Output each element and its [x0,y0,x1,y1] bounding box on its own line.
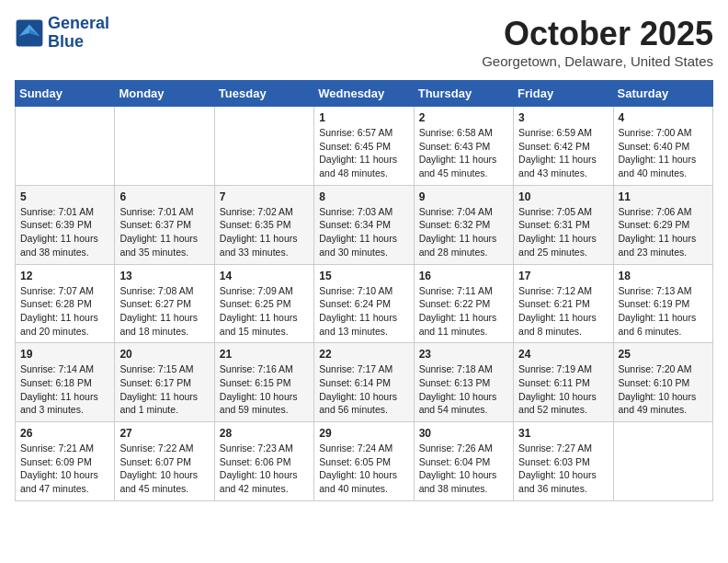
day-number: 7 [220,190,309,203]
day-info: Sunrise: 7:22 AM Sunset: 6:07 PM Dayligh… [119,442,209,496]
day-info: Sunrise: 7:01 AM Sunset: 6:39 PM Dayligh… [20,205,109,259]
calendar-cell [613,422,712,501]
day-info: Sunrise: 7:11 AM Sunset: 6:22 PM Dayligh… [419,284,508,339]
calendar-cell: 15Sunrise: 7:10 AM Sunset: 6:24 PM Dayli… [314,264,414,343]
weekday-header-friday: Friday [514,81,613,107]
day-number: 27 [119,427,209,440]
calendar-cell: 20Sunrise: 7:15 AM Sunset: 6:17 PM Dayli… [115,343,214,422]
calendar-cell: 12Sunrise: 7:07 AM Sunset: 6:28 PM Dayli… [16,264,115,343]
day-info: Sunrise: 6:58 AM Sunset: 6:43 PM Dayligh… [419,126,508,180]
day-info: Sunrise: 7:04 AM Sunset: 6:32 PM Dayligh… [419,205,508,259]
weekday-header-thursday: Thursday [414,81,513,107]
day-number: 21 [220,348,309,361]
calendar-cell: 27Sunrise: 7:22 AM Sunset: 6:07 PM Dayli… [115,422,214,501]
calendar-cell: 11Sunrise: 7:06 AM Sunset: 6:29 PM Dayli… [613,185,712,264]
day-number: 20 [119,348,209,361]
weekday-header-tuesday: Tuesday [214,81,313,107]
day-info: Sunrise: 7:02 AM Sunset: 6:35 PM Dayligh… [220,205,309,259]
logo-text: General Blue [48,15,109,52]
day-info: Sunrise: 7:16 AM Sunset: 6:15 PM Dayligh… [220,362,309,417]
day-info: Sunrise: 7:19 AM Sunset: 6:11 PM Dayligh… [518,362,608,417]
day-number: 17 [518,270,608,282]
day-info: Sunrise: 7:18 AM Sunset: 6:13 PM Dayligh… [419,362,508,417]
calendar-cell: 6Sunrise: 7:01 AM Sunset: 6:37 PM Daylig… [115,185,214,264]
day-number: 3 [518,111,608,124]
day-info: Sunrise: 7:12 AM Sunset: 6:21 PM Dayligh… [518,284,608,339]
calendar-cell: 1Sunrise: 6:57 AM Sunset: 6:45 PM Daylig… [314,107,414,186]
day-number: 5 [20,190,109,203]
day-number: 24 [518,348,608,361]
calendar-cell: 29Sunrise: 7:24 AM Sunset: 6:05 PM Dayli… [314,422,414,501]
day-number: 11 [619,190,708,203]
day-number: 26 [20,427,109,440]
day-info: Sunrise: 7:23 AM Sunset: 6:06 PM Dayligh… [220,442,309,496]
week-row-5: 26Sunrise: 7:21 AM Sunset: 6:09 PM Dayli… [16,422,713,501]
day-number: 8 [319,190,408,203]
day-info: Sunrise: 7:15 AM Sunset: 6:17 PM Dayligh… [119,362,209,417]
calendar-cell: 19Sunrise: 7:14 AM Sunset: 6:18 PM Dayli… [16,343,115,422]
day-number: 30 [419,427,508,440]
day-info: Sunrise: 7:09 AM Sunset: 6:25 PM Dayligh… [220,284,309,339]
day-info: Sunrise: 7:20 AM Sunset: 6:10 PM Dayligh… [619,362,708,417]
logo-icon [15,18,44,48]
day-number: 4 [619,111,708,124]
day-info: Sunrise: 7:05 AM Sunset: 6:31 PM Dayligh… [518,205,608,259]
page-header: General Blue October 2025 Georgetown, De… [15,15,713,69]
week-row-1: 1Sunrise: 6:57 AM Sunset: 6:45 PM Daylig… [16,107,713,186]
calendar-cell: 24Sunrise: 7:19 AM Sunset: 6:11 PM Dayli… [514,343,613,422]
day-number: 1 [319,111,408,124]
calendar-cell: 4Sunrise: 7:00 AM Sunset: 6:40 PM Daylig… [613,107,712,186]
weekday-header-wednesday: Wednesday [314,81,414,107]
calendar-cell: 14Sunrise: 7:09 AM Sunset: 6:25 PM Dayli… [214,264,313,343]
day-number: 18 [619,270,708,282]
day-number: 9 [419,190,508,203]
day-number: 6 [119,190,209,203]
day-info: Sunrise: 7:27 AM Sunset: 6:03 PM Dayligh… [518,442,608,496]
day-number: 31 [518,427,608,440]
day-number: 25 [619,348,708,361]
calendar-cell: 23Sunrise: 7:18 AM Sunset: 6:13 PM Dayli… [414,343,513,422]
calendar-cell [214,107,313,186]
day-info: Sunrise: 7:17 AM Sunset: 6:14 PM Dayligh… [319,362,408,417]
calendar-cell: 31Sunrise: 7:27 AM Sunset: 6:03 PM Dayli… [514,422,613,501]
day-number: 29 [319,427,408,440]
day-info: Sunrise: 7:14 AM Sunset: 6:18 PM Dayligh… [20,362,109,417]
calendar-cell: 13Sunrise: 7:08 AM Sunset: 6:27 PM Dayli… [115,264,214,343]
day-number: 13 [119,270,209,282]
day-number: 16 [419,270,508,282]
calendar-table: SundayMondayTuesdayWednesdayThursdayFrid… [15,80,713,501]
week-row-2: 5Sunrise: 7:01 AM Sunset: 6:39 PM Daylig… [16,185,713,264]
day-info: Sunrise: 7:01 AM Sunset: 6:37 PM Dayligh… [119,205,209,259]
day-info: Sunrise: 7:24 AM Sunset: 6:05 PM Dayligh… [319,442,408,496]
calendar-cell: 25Sunrise: 7:20 AM Sunset: 6:10 PM Dayli… [613,343,712,422]
calendar-cell: 28Sunrise: 7:23 AM Sunset: 6:06 PM Dayli… [214,422,313,501]
calendar-cell: 7Sunrise: 7:02 AM Sunset: 6:35 PM Daylig… [214,185,313,264]
day-number: 23 [419,348,508,361]
calendar-cell: 30Sunrise: 7:26 AM Sunset: 6:04 PM Dayli… [414,422,513,501]
location: Georgetown, Delaware, United States [482,53,713,69]
weekday-header-row: SundayMondayTuesdayWednesdayThursdayFrid… [16,81,713,107]
day-info: Sunrise: 7:10 AM Sunset: 6:24 PM Dayligh… [319,284,408,339]
calendar-cell: 5Sunrise: 7:01 AM Sunset: 6:39 PM Daylig… [16,185,115,264]
weekday-header-monday: Monday [115,81,214,107]
calendar-cell: 8Sunrise: 7:03 AM Sunset: 6:34 PM Daylig… [314,185,414,264]
calendar-cell: 21Sunrise: 7:16 AM Sunset: 6:15 PM Dayli… [214,343,313,422]
day-number: 12 [20,270,109,282]
day-number: 10 [518,190,608,203]
title-block: October 2025 Georgetown, Delaware, Unite… [482,15,713,69]
day-number: 19 [20,348,109,361]
calendar-cell: 17Sunrise: 7:12 AM Sunset: 6:21 PM Dayli… [514,264,613,343]
day-info: Sunrise: 7:08 AM Sunset: 6:27 PM Dayligh… [119,284,209,339]
day-info: Sunrise: 7:00 AM Sunset: 6:40 PM Dayligh… [619,126,708,180]
day-info: Sunrise: 7:06 AM Sunset: 6:29 PM Dayligh… [619,205,708,259]
calendar-cell: 18Sunrise: 7:13 AM Sunset: 6:19 PM Dayli… [613,264,712,343]
calendar-cell: 16Sunrise: 7:11 AM Sunset: 6:22 PM Dayli… [414,264,513,343]
calendar-cell: 10Sunrise: 7:05 AM Sunset: 6:31 PM Dayli… [514,185,613,264]
calendar-cell: 3Sunrise: 6:59 AM Sunset: 6:42 PM Daylig… [514,107,613,186]
logo: General Blue [15,15,109,52]
week-row-3: 12Sunrise: 7:07 AM Sunset: 6:28 PM Dayli… [16,264,713,343]
calendar-cell: 26Sunrise: 7:21 AM Sunset: 6:09 PM Dayli… [16,422,115,501]
day-info: Sunrise: 6:59 AM Sunset: 6:42 PM Dayligh… [518,126,608,180]
day-info: Sunrise: 6:57 AM Sunset: 6:45 PM Dayligh… [319,126,408,180]
calendar-cell: 2Sunrise: 6:58 AM Sunset: 6:43 PM Daylig… [414,107,513,186]
